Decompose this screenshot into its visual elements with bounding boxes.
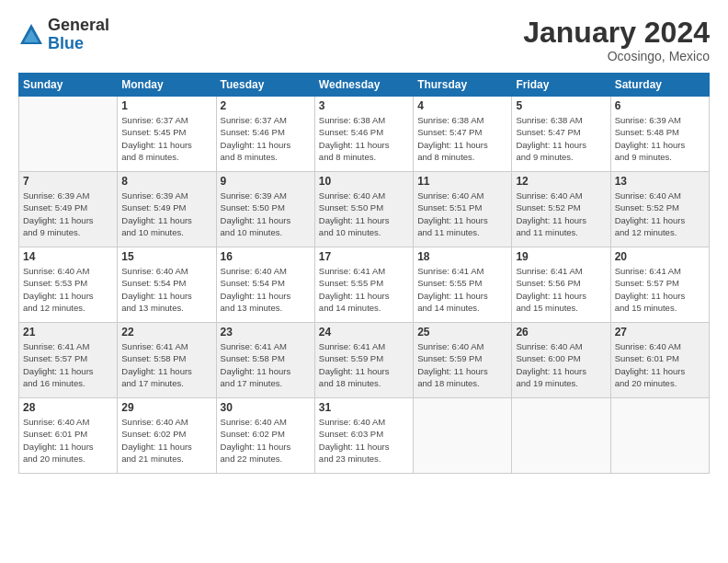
header-saturday: Saturday <box>610 74 709 97</box>
subtitle: Ocosingo, Mexico <box>523 49 710 63</box>
day-cell: 22Sunrise: 6:41 AM Sunset: 5:58 PM Dayli… <box>118 323 216 398</box>
day-info: Sunrise: 6:40 AM Sunset: 6:02 PM Dayligh… <box>121 416 211 465</box>
header-monday: Monday <box>118 74 216 97</box>
day-number: 21 <box>23 326 113 339</box>
header-wednesday: Wednesday <box>314 74 413 97</box>
day-number: 20 <box>615 250 705 263</box>
week-row-3: 14Sunrise: 6:40 AM Sunset: 5:53 PM Dayli… <box>19 247 710 323</box>
header-friday: Friday <box>512 74 610 97</box>
day-number: 15 <box>121 250 211 263</box>
logo-text: General Blue <box>48 17 109 53</box>
day-number: 9 <box>221 175 311 188</box>
day-cell: 23Sunrise: 6:41 AM Sunset: 5:58 PM Dayli… <box>216 323 314 398</box>
day-cell: 11Sunrise: 6:40 AM Sunset: 5:51 PM Dayli… <box>414 172 512 247</box>
day-info: Sunrise: 6:40 AM Sunset: 5:54 PM Dayligh… <box>121 265 211 314</box>
day-cell: 15Sunrise: 6:40 AM Sunset: 5:54 PM Dayli… <box>118 247 216 323</box>
day-number: 26 <box>516 326 606 339</box>
day-cell: 28Sunrise: 6:40 AM Sunset: 6:01 PM Dayli… <box>19 398 118 474</box>
logo: General Blue <box>18 17 109 53</box>
day-info: Sunrise: 6:41 AM Sunset: 5:59 PM Dayligh… <box>319 340 409 389</box>
day-info: Sunrise: 6:38 AM Sunset: 5:47 PM Dayligh… <box>516 114 606 163</box>
day-cell: 13Sunrise: 6:40 AM Sunset: 5:52 PM Dayli… <box>610 172 709 247</box>
day-cell: 31Sunrise: 6:40 AM Sunset: 6:03 PM Dayli… <box>314 398 413 474</box>
day-info: Sunrise: 6:40 AM Sunset: 6:00 PM Dayligh… <box>516 340 606 389</box>
day-number: 13 <box>615 175 705 188</box>
day-cell: 26Sunrise: 6:40 AM Sunset: 6:00 PM Dayli… <box>512 323 610 398</box>
day-info: Sunrise: 6:41 AM Sunset: 5:57 PM Dayligh… <box>23 340 113 389</box>
day-info: Sunrise: 6:40 AM Sunset: 5:54 PM Dayligh… <box>221 265 311 314</box>
day-info: Sunrise: 6:40 AM Sunset: 5:50 PM Dayligh… <box>319 190 409 238</box>
day-info: Sunrise: 6:38 AM Sunset: 5:47 PM Dayligh… <box>417 114 507 163</box>
day-number: 27 <box>615 326 705 339</box>
day-cell: 10Sunrise: 6:40 AM Sunset: 5:50 PM Dayli… <box>314 172 413 247</box>
day-number: 23 <box>221 326 311 339</box>
logo-icon <box>18 22 44 48</box>
day-number: 6 <box>615 99 705 112</box>
day-cell <box>610 398 709 474</box>
day-number: 19 <box>516 250 606 263</box>
day-cell: 25Sunrise: 6:40 AM Sunset: 5:59 PM Dayli… <box>414 323 512 398</box>
day-number: 2 <box>221 99 311 112</box>
day-info: Sunrise: 6:41 AM Sunset: 5:57 PM Dayligh… <box>615 265 705 314</box>
day-number: 18 <box>417 250 507 263</box>
day-cell: 9Sunrise: 6:39 AM Sunset: 5:50 PM Daylig… <box>216 172 314 247</box>
header-sunday: Sunday <box>19 74 118 97</box>
day-cell: 8Sunrise: 6:39 AM Sunset: 5:49 PM Daylig… <box>118 172 216 247</box>
day-cell: 21Sunrise: 6:41 AM Sunset: 5:57 PM Dayli… <box>19 323 118 398</box>
day-number: 17 <box>319 250 409 263</box>
week-row-1: 1Sunrise: 6:37 AM Sunset: 5:45 PM Daylig… <box>19 97 710 172</box>
day-info: Sunrise: 6:40 AM Sunset: 5:52 PM Dayligh… <box>615 190 705 238</box>
week-row-2: 7Sunrise: 6:39 AM Sunset: 5:49 PM Daylig… <box>19 172 710 247</box>
day-number: 5 <box>516 99 606 112</box>
day-info: Sunrise: 6:40 AM Sunset: 6:02 PM Dayligh… <box>221 416 311 465</box>
day-cell: 1Sunrise: 6:37 AM Sunset: 5:45 PM Daylig… <box>118 97 216 172</box>
calendar-header-row: Sunday Monday Tuesday Wednesday Thursday… <box>19 74 710 97</box>
day-number: 31 <box>319 401 409 414</box>
logo-blue: Blue <box>48 35 109 53</box>
day-cell: 3Sunrise: 6:38 AM Sunset: 5:46 PM Daylig… <box>314 97 413 172</box>
title-section: January 2024 Ocosingo, Mexico <box>523 17 710 63</box>
day-info: Sunrise: 6:40 AM Sunset: 6:01 PM Dayligh… <box>615 340 705 389</box>
day-number: 16 <box>221 250 311 263</box>
day-cell: 24Sunrise: 6:41 AM Sunset: 5:59 PM Dayli… <box>314 323 413 398</box>
day-cell: 5Sunrise: 6:38 AM Sunset: 5:47 PM Daylig… <box>512 97 610 172</box>
day-number: 12 <box>516 175 606 188</box>
day-info: Sunrise: 6:41 AM Sunset: 5:56 PM Dayligh… <box>516 265 606 314</box>
day-info: Sunrise: 6:37 AM Sunset: 5:46 PM Dayligh… <box>221 114 311 163</box>
day-cell: 30Sunrise: 6:40 AM Sunset: 6:02 PM Dayli… <box>216 398 314 474</box>
day-cell: 4Sunrise: 6:38 AM Sunset: 5:47 PM Daylig… <box>414 97 512 172</box>
header-thursday: Thursday <box>414 74 512 97</box>
day-cell: 19Sunrise: 6:41 AM Sunset: 5:56 PM Dayli… <box>512 247 610 323</box>
day-info: Sunrise: 6:37 AM Sunset: 5:45 PM Dayligh… <box>121 114 211 163</box>
day-number: 28 <box>23 401 113 414</box>
day-number: 25 <box>417 326 507 339</box>
week-row-5: 28Sunrise: 6:40 AM Sunset: 6:01 PM Dayli… <box>19 398 710 474</box>
day-info: Sunrise: 6:38 AM Sunset: 5:46 PM Dayligh… <box>319 114 409 163</box>
day-cell: 12Sunrise: 6:40 AM Sunset: 5:52 PM Dayli… <box>512 172 610 247</box>
day-cell: 20Sunrise: 6:41 AM Sunset: 5:57 PM Dayli… <box>610 247 709 323</box>
day-info: Sunrise: 6:41 AM Sunset: 5:55 PM Dayligh… <box>417 265 507 314</box>
day-number: 3 <box>319 99 409 112</box>
day-cell: 7Sunrise: 6:39 AM Sunset: 5:49 PM Daylig… <box>19 172 118 247</box>
day-cell: 29Sunrise: 6:40 AM Sunset: 6:02 PM Dayli… <box>118 398 216 474</box>
page-header: General Blue January 2024 Ocosingo, Mexi… <box>18 17 710 63</box>
day-cell: 6Sunrise: 6:39 AM Sunset: 5:48 PM Daylig… <box>610 97 709 172</box>
day-info: Sunrise: 6:41 AM Sunset: 5:55 PM Dayligh… <box>319 265 409 314</box>
day-number: 11 <box>417 175 507 188</box>
day-info: Sunrise: 6:41 AM Sunset: 5:58 PM Dayligh… <box>121 340 211 389</box>
day-number: 7 <box>23 175 113 188</box>
day-number: 10 <box>319 175 409 188</box>
day-info: Sunrise: 6:40 AM Sunset: 5:51 PM Dayligh… <box>417 190 507 238</box>
header-tuesday: Tuesday <box>216 74 314 97</box>
day-cell: 2Sunrise: 6:37 AM Sunset: 5:46 PM Daylig… <box>216 97 314 172</box>
week-row-4: 21Sunrise: 6:41 AM Sunset: 5:57 PM Dayli… <box>19 323 710 398</box>
day-number: 4 <box>417 99 507 112</box>
day-info: Sunrise: 6:39 AM Sunset: 5:49 PM Dayligh… <box>121 190 211 238</box>
day-cell: 18Sunrise: 6:41 AM Sunset: 5:55 PM Dayli… <box>414 247 512 323</box>
day-cell <box>414 398 512 474</box>
day-number: 30 <box>221 401 311 414</box>
day-cell <box>512 398 610 474</box>
day-info: Sunrise: 6:39 AM Sunset: 5:49 PM Dayligh… <box>23 190 113 238</box>
day-number: 8 <box>121 175 211 188</box>
day-info: Sunrise: 6:40 AM Sunset: 6:01 PM Dayligh… <box>23 416 113 465</box>
